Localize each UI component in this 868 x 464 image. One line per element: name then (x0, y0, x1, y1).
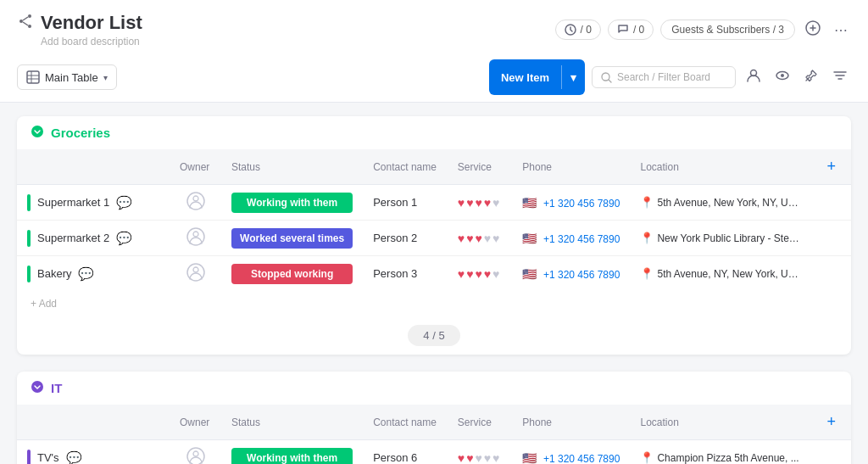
table-header-it: Owner Status Contact name Service Phone … (17, 405, 851, 440)
heart-icon-empty: ♥ (492, 232, 499, 245)
flag-icon: 🇺🇸 (522, 232, 537, 245)
col-header-owner: Owner (170, 149, 221, 185)
contact-cell: Person 1 (363, 185, 448, 221)
heart-icon: ♥ (475, 267, 481, 281)
row-name-container: Bakery 💬 (27, 266, 159, 282)
row-name-cell: Supermarket 1 💬 (17, 185, 170, 221)
phone-link[interactable]: +1 320 456 7890 (543, 453, 620, 465)
heart-icon: ♥ (458, 267, 465, 281)
add-row-button-groceries[interactable]: + Add (17, 291, 851, 316)
eye-icon[interactable] (771, 64, 793, 90)
svg-point-2 (28, 25, 31, 28)
pagination-groceries: 4 / 5 (17, 316, 851, 355)
contact-cell: Person 2 (363, 221, 448, 256)
col-header-phone: Phone (512, 405, 630, 440)
group-title-groceries: Groceries (51, 126, 110, 140)
toolbar-right: New Item ▾ Search / Filter Board (489, 59, 851, 95)
col-header-owner: Owner (170, 405, 221, 440)
header-title-row: Vendor List (17, 12, 142, 34)
owner-cell[interactable] (170, 221, 221, 256)
status-badge: Worked several times (231, 228, 353, 249)
group-header-groceries: Groceries (17, 116, 851, 149)
more-button[interactable]: ⋯ (831, 19, 851, 42)
heart-icon: ♥ (475, 232, 481, 245)
group-collapse-button-it[interactable] (31, 380, 44, 396)
group-groceries: Groceries Owner Status Contact name Serv… (17, 116, 851, 355)
svg-point-15 (781, 74, 784, 77)
phone-link[interactable]: +1 320 456 7890 (543, 269, 620, 281)
add-column-button-it[interactable]: + (821, 411, 841, 433)
chat-icon[interactable]: 💬 (78, 266, 94, 282)
app-container: Vendor List Add board description / 0 / … (0, 0, 868, 464)
location-icon: 📍 (640, 451, 654, 464)
service-cell: ♥ ♥ ♥ ♥ ♥ (448, 185, 513, 221)
row-name-container: TV's 💬 (27, 450, 159, 465)
updates-button[interactable]: / 0 (608, 20, 654, 40)
col-header-contact: Contact name (363, 149, 448, 185)
location-container: 📍 5th Avenue, NY, New York, USA (640, 267, 801, 280)
status-cell[interactable]: Working with them (221, 440, 363, 465)
row-extra (811, 440, 851, 465)
main-table-button[interactable]: Main Table ▾ (17, 64, 117, 90)
service-cell: ♥ ♥ ♥ ♥ ♥ (448, 440, 513, 465)
group-it: IT Owner Status Contact name Service Pho… (17, 372, 851, 464)
board-description[interactable]: Add board description (41, 36, 142, 48)
col-header-name (17, 405, 170, 440)
col-header-status: Status (221, 149, 363, 185)
heart-icon: ♥ (466, 267, 473, 281)
row-color-bar (27, 194, 31, 211)
svg-point-27 (31, 381, 43, 393)
filter-icon[interactable] (829, 64, 851, 90)
col-header-status: Status (221, 405, 363, 440)
person-icon[interactable] (743, 64, 765, 90)
row-name-container: Supermarket 2 💬 (27, 230, 159, 247)
svg-line-3 (23, 17, 28, 20)
activity-count: / 0 (581, 24, 592, 36)
col-header-add: + (811, 405, 851, 440)
owner-cell[interactable] (170, 440, 221, 465)
heart-icon-empty: ♥ (492, 196, 499, 210)
row-color-bar (27, 230, 31, 247)
owner-cell[interactable] (170, 185, 221, 221)
col-header-service: Service (448, 405, 513, 440)
owner-avatar-icon (186, 263, 205, 282)
heart-icon: ♥ (466, 196, 473, 210)
location-cell: 📍 Champion Pizza 5th Avenue, ... (630, 440, 811, 465)
invite-button[interactable] (802, 17, 824, 42)
pin-icon[interactable] (800, 64, 822, 90)
chat-icon[interactable]: 💬 (116, 195, 132, 210)
new-item-button[interactable]: New Item ▾ (489, 59, 585, 95)
phone-cell: 🇺🇸 +1 320 456 7890 (512, 221, 630, 256)
svg-point-20 (31, 126, 43, 137)
new-item-label: New Item (489, 71, 561, 84)
activity-button[interactable]: / 0 (555, 20, 601, 40)
location-container: 📍 Champion Pizza 5th Avenue, ... (640, 451, 801, 464)
table-header-groceries: Owner Status Contact name Service Phone … (17, 149, 851, 185)
col-header-name (17, 149, 170, 185)
heart-icon: ♥ (484, 196, 491, 210)
search-box[interactable]: Search / Filter Board (592, 66, 736, 88)
col-header-contact: Contact name (363, 405, 448, 440)
heart-icon-empty: ♥ (475, 451, 481, 465)
status-cell[interactable]: Stopped working (221, 256, 363, 292)
status-cell[interactable]: Worked several times (221, 221, 363, 256)
phone-link[interactable]: +1 320 456 7890 (543, 233, 620, 245)
location-container: 📍 5th Avenue, New York, NY, USA (640, 196, 801, 209)
owner-cell[interactable] (170, 256, 221, 292)
chat-icon[interactable]: 💬 (66, 450, 82, 465)
contact-cell: Person 3 (363, 256, 448, 292)
location-text: 5th Avenue, NY, New York, USA (657, 268, 801, 280)
phone-link[interactable]: +1 320 456 7890 (543, 198, 620, 210)
add-column-button[interactable]: + (821, 156, 841, 177)
heart-icon-empty: ♥ (492, 267, 499, 281)
group-collapse-button-groceries[interactable] (31, 125, 44, 141)
svg-point-24 (193, 232, 198, 237)
row-item-name: Supermarket 2 (37, 232, 109, 244)
chat-icon[interactable]: 💬 (116, 231, 132, 246)
flag-icon: 🇺🇸 (522, 451, 537, 465)
table-row: Supermarket 1 💬 Working with them Person… (17, 185, 851, 221)
guests-button[interactable]: Guests & Subscribers / 3 (660, 20, 795, 40)
location-icon: 📍 (640, 196, 654, 209)
status-cell[interactable]: Working with them (221, 185, 363, 221)
location-text: Champion Pizza 5th Avenue, ... (657, 452, 798, 464)
